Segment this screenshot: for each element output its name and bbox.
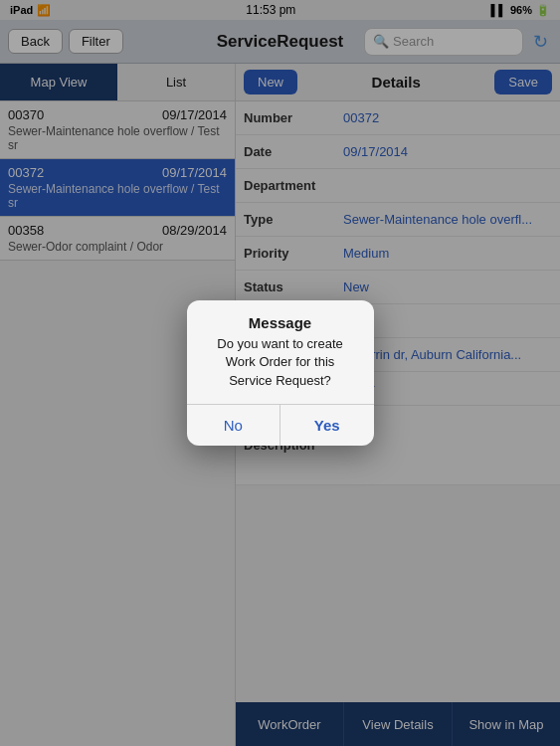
dialog-title: Message <box>187 300 374 335</box>
message-dialog: Message Do you want to create Work Order… <box>187 300 374 446</box>
modal-overlay: Message Do you want to create Work Order… <box>0 0 560 746</box>
dialog-yes-button[interactable]: Yes <box>280 405 374 446</box>
dialog-no-button[interactable]: No <box>187 405 280 446</box>
dialog-buttons: No Yes <box>187 405 374 446</box>
dialog-message: Do you want to create Work Order for thi… <box>187 335 374 404</box>
